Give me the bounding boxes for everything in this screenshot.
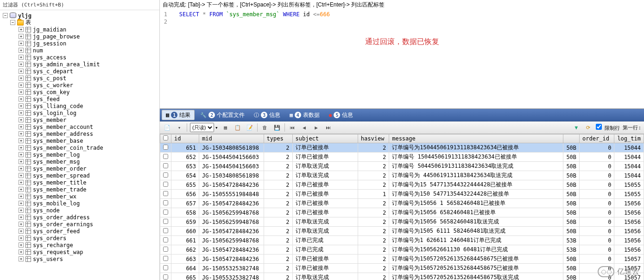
tree-table-item[interactable]: +sys_member_msg xyxy=(0,158,159,165)
tree-table-item[interactable]: +sys_order_feed xyxy=(0,228,159,235)
tab-profiles[interactable]: 🔧 2 个配置文件 xyxy=(196,110,248,120)
table-row[interactable]: 662JG-150547284842362订单已完成2订单编号为15056266… xyxy=(160,245,644,255)
tree-table-item[interactable]: +sys_member_address xyxy=(0,130,159,137)
column-header[interactable]: message xyxy=(389,134,563,143)
readonly-select[interactable]: (只读) ▾ xyxy=(190,123,218,132)
tab-info2[interactable]: ● 5 信息 xyxy=(325,110,357,120)
table-row[interactable]: 665JG-150553253827482订单取送完成2订单编号为1505720… xyxy=(160,273,644,280)
chevron-right-icon[interactable]: + xyxy=(19,55,24,60)
first-button[interactable]: ⏮ xyxy=(288,123,297,132)
row-checkbox[interactable] xyxy=(163,145,168,150)
chevron-right-icon[interactable]: + xyxy=(19,187,24,192)
chevron-right-icon[interactable]: + xyxy=(19,208,24,213)
chevron-right-icon[interactable]: + xyxy=(19,215,24,220)
tree-table-item[interactable]: +sys_login_log xyxy=(0,109,159,116)
tree-table-item[interactable]: +sys_recharge xyxy=(0,242,159,248)
save-button[interactable]: 💾 xyxy=(272,123,282,132)
form-view-button[interactable]: 📋 xyxy=(233,123,242,132)
tree-table-item[interactable]: +sys_member xyxy=(0,116,159,123)
filter-icon[interactable]: ▼ xyxy=(572,123,581,132)
tree-table-item[interactable]: +sys_feed xyxy=(0,95,159,102)
row-checkbox[interactable] xyxy=(163,172,168,178)
row-checkbox[interactable] xyxy=(163,163,168,168)
chevron-right-icon[interactable]: + xyxy=(19,166,24,171)
row-checkbox[interactable] xyxy=(163,200,168,205)
delete-button[interactable]: 🗑 xyxy=(260,123,270,132)
tree-table-item[interactable]: +sys_users xyxy=(0,255,159,262)
chevron-right-icon[interactable]: + xyxy=(19,110,24,115)
chevron-right-icon[interactable]: + xyxy=(19,194,24,199)
chevron-down-icon[interactable]: − xyxy=(3,13,8,18)
tree-table-item[interactable]: +jg_maidian xyxy=(0,26,159,33)
tree-table-item[interactable]: +sys_c_post xyxy=(0,75,159,82)
column-header[interactable]: types xyxy=(264,134,292,143)
chevron-right-icon[interactable]: + xyxy=(19,89,24,95)
tree-table-item[interactable]: +sys_access xyxy=(0,54,159,61)
table-row[interactable]: 660JG-150547284842362订单取送完成2订单编号为1505 61… xyxy=(160,227,644,236)
chevron-right-icon[interactable]: + xyxy=(19,27,24,32)
tree-table-item[interactable]: +sys_member_base xyxy=(0,137,159,144)
table-row[interactable]: 655JG-150547284842362订单已被接单2订单编号为15 5477… xyxy=(160,180,644,190)
chevron-right-icon[interactable]: + xyxy=(19,103,24,108)
chevron-right-icon[interactable]: + xyxy=(19,69,24,74)
chevron-right-icon[interactable]: + xyxy=(19,249,24,255)
chevron-right-icon[interactable]: + xyxy=(19,235,24,241)
tab-result[interactable]: ▦ 1 结果 xyxy=(162,110,195,120)
tree-table-item[interactable]: +sys_node xyxy=(0,207,159,214)
table-row[interactable]: 652JG-150445041566032订单已被接单2订单编号 1504450… xyxy=(160,153,644,162)
column-header[interactable]: id xyxy=(171,134,199,143)
chevron-right-icon[interactable]: + xyxy=(19,48,24,53)
tree-table-item[interactable]: +jg_page_browse xyxy=(0,33,159,40)
chevron-right-icon[interactable]: + xyxy=(19,242,24,248)
chevron-right-icon[interactable]: + xyxy=(19,117,24,122)
tree-table-item[interactable]: +sys_member_order xyxy=(0,165,159,172)
row-checkbox[interactable] xyxy=(163,274,168,280)
table-row[interactable]: 664JG-150553253827482订单已被接单2订单编号为1505720… xyxy=(160,264,644,273)
tree-table-item[interactable]: +jg_session xyxy=(0,40,159,47)
column-header[interactable]: order_id xyxy=(580,134,614,143)
tree-table-item[interactable]: +sys_c_worker xyxy=(0,82,159,89)
next-button[interactable]: ▶ xyxy=(312,123,321,132)
chevron-right-icon[interactable]: + xyxy=(19,152,24,157)
row-checkbox[interactable] xyxy=(163,265,168,270)
row-checkbox[interactable] xyxy=(163,237,168,242)
last-button[interactable]: ⏭ xyxy=(324,123,333,132)
sql-editor[interactable]: 12 SELECT * FROM `sys_member_msg` WHERE … xyxy=(160,10,644,108)
limit-rows-checkbox[interactable]: 限制行 xyxy=(596,124,620,132)
table-row[interactable]: 651JG-150348085618982订单已被接单2订单编号为1504450… xyxy=(160,143,644,153)
column-header[interactable]: subject xyxy=(292,134,358,143)
chevron-right-icon[interactable]: + xyxy=(19,83,24,88)
tree-db[interactable]: − yljg xyxy=(0,12,159,19)
tree-table-item[interactable]: +sys_mobile_log xyxy=(0,200,159,207)
table-row[interactable]: 659JG-150562599487682订单取送完成2订单编号为15056 5… xyxy=(160,217,644,227)
chevron-right-icon[interactable]: + xyxy=(19,180,24,185)
tree-table-item[interactable]: +sys_admin_area_limit xyxy=(0,61,159,68)
tree-table-item[interactable]: +sys_member_coin_trade xyxy=(0,144,159,151)
refresh-button[interactable]: ⟳ xyxy=(584,123,593,132)
chevron-right-icon[interactable]: + xyxy=(19,159,24,164)
row-checkbox[interactable] xyxy=(163,154,168,159)
table-row[interactable]: 656JG-150555519848482订单已被接单1订单编号为150 547… xyxy=(160,190,644,199)
sql-line[interactable]: SELECT * FROM `sys_member_msg` WHERE id … xyxy=(169,11,644,18)
chevron-right-icon[interactable]: + xyxy=(19,41,24,46)
chevron-right-icon[interactable]: + xyxy=(19,131,24,136)
chevron-down-icon[interactable]: − xyxy=(10,20,15,25)
table-row[interactable]: 657JG-150547284842362订单已被接单2订单编号为15056 1… xyxy=(160,199,644,208)
chevron-right-icon[interactable]: + xyxy=(19,96,24,102)
tree-table-item[interactable]: +sys_orders xyxy=(0,235,159,242)
tree-table-item[interactable]: +sys_lliang_code xyxy=(0,102,159,109)
filter-input[interactable]: 过滤器 (Ctrl+Shift+B) xyxy=(0,0,159,10)
export-button[interactable]: 📄 xyxy=(163,123,172,132)
table-row[interactable]: 658JG-150562599487682订单已被接单2订单编号为15056 6… xyxy=(160,208,644,217)
tree-table-item[interactable]: +sys_com_key xyxy=(0,89,159,95)
chevron-right-icon[interactable]: + xyxy=(19,76,24,81)
grid-view-button[interactable]: ▦ xyxy=(221,123,230,132)
tree-table-item[interactable]: +sys_order_earnings xyxy=(0,221,159,228)
column-header[interactable]: mid xyxy=(199,134,264,143)
chevron-right-icon[interactable]: + xyxy=(19,62,24,67)
tab-tabledata[interactable]: ▦ 4 表数据 xyxy=(286,110,323,120)
select-all-checkbox[interactable] xyxy=(163,135,168,140)
row-checkbox[interactable] xyxy=(163,191,168,196)
chevron-right-icon[interactable]: + xyxy=(19,34,24,39)
chevron-right-icon[interactable]: + xyxy=(19,222,24,227)
